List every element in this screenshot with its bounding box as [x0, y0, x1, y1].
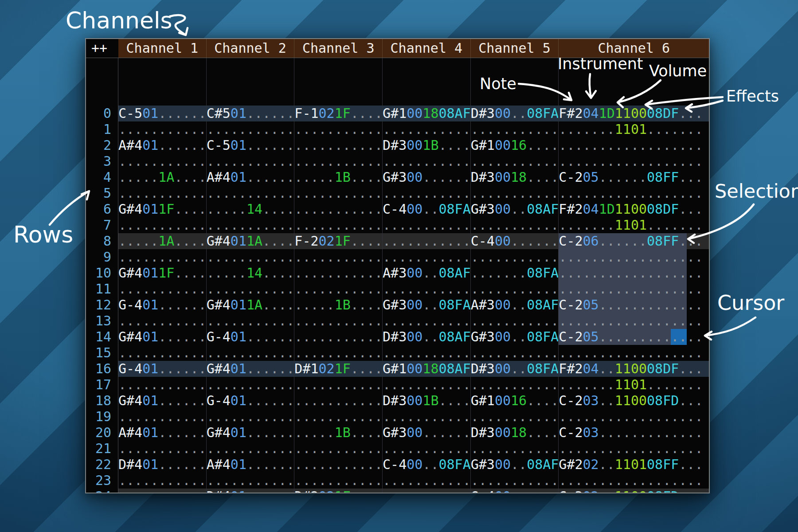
- pattern-cell-ch5-row5[interactable]: ...........: [471, 185, 559, 201]
- pattern-cell-ch4-row20[interactable]: G#300......: [383, 425, 471, 441]
- pattern-cell-ch1-row11[interactable]: ...........: [118, 281, 207, 297]
- pattern-cell-ch1-row4[interactable]: .....1A....: [118, 169, 207, 185]
- pattern-cell-ch4-row14[interactable]: D#300..08AF: [383, 329, 471, 345]
- pattern-cell-ch6-row12[interactable]: C-205.............: [559, 297, 709, 313]
- pattern-cell-ch4-row16[interactable]: G#1001808AF: [383, 361, 471, 377]
- pattern-cell-ch5-row8[interactable]: C-400......: [471, 233, 559, 249]
- pattern-cell-ch6-row0[interactable]: F#2041D110008DF...: [559, 106, 709, 121]
- pattern-cell-ch3-row8[interactable]: F-2021F....: [294, 233, 383, 249]
- pattern-cell-ch3-row16[interactable]: D#1021F....: [294, 361, 383, 377]
- pattern-cell-ch5-row3[interactable]: ...........: [471, 153, 559, 169]
- pattern-cell-ch1-row18[interactable]: G#401......: [118, 393, 207, 409]
- pattern-cell-ch6-row23[interactable]: ..................: [559, 473, 709, 489]
- pattern-cell-ch5-row4[interactable]: D#30018....: [471, 169, 559, 185]
- pattern-cell-ch5-row12[interactable]: A#300..08AF: [471, 297, 559, 313]
- pattern-cell-ch1-row3[interactable]: ...........: [118, 153, 207, 169]
- pattern-cell-ch6-row14[interactable]: C-205.............: [559, 329, 709, 345]
- pattern-cell-ch1-row0[interactable]: C-501......: [118, 106, 207, 121]
- pattern-cell-ch1-row20[interactable]: A#401......: [118, 425, 207, 441]
- pattern-cell-ch3-row18[interactable]: ...........: [294, 393, 383, 409]
- pattern-cell-ch2-row17[interactable]: ...........: [207, 377, 295, 393]
- pattern-cell-ch5-row17[interactable]: ...........: [471, 377, 559, 393]
- pattern-cell-ch3-row6[interactable]: ...........: [294, 201, 383, 217]
- pattern-cell-ch6-row15[interactable]: ..................: [559, 345, 709, 361]
- pattern-cell-ch5-row15[interactable]: ...........: [471, 345, 559, 361]
- pattern-cell-ch3-row12[interactable]: .....1B....: [294, 297, 383, 313]
- pattern-cell-ch2-row19[interactable]: ...........: [207, 409, 295, 425]
- pattern-cell-ch1-row15[interactable]: ...........: [118, 345, 207, 361]
- pattern-cell-ch4-row2[interactable]: D#3001B....: [383, 137, 471, 153]
- pattern-cell-ch1-row14[interactable]: G#401......: [118, 329, 207, 345]
- pattern-cell-ch5-row21[interactable]: ...........: [471, 441, 559, 457]
- pattern-cell-ch6-row24[interactable]: C-302..110008FD...: [559, 489, 709, 493]
- pattern-cell-ch6-row18[interactable]: C-203..110008FD...: [559, 393, 709, 409]
- pattern-cell-ch3-row5[interactable]: ...........: [294, 185, 383, 201]
- pattern-cell-ch2-row23[interactable]: ...........: [207, 473, 295, 489]
- pattern-cell-ch5-row11[interactable]: ...........: [471, 281, 559, 297]
- pattern-cell-ch3-row14[interactable]: ...........: [294, 329, 383, 345]
- pattern-cell-ch1-row23[interactable]: ...........: [118, 473, 207, 489]
- pattern-cell-ch3-row2[interactable]: ...........: [294, 137, 383, 153]
- pattern-cell-ch4-row17[interactable]: ...........: [383, 377, 471, 393]
- pattern-cell-ch5-row0[interactable]: D#300..08FA: [471, 106, 559, 121]
- pattern-cell-ch1-row9[interactable]: ...........: [118, 249, 207, 265]
- pattern-cell-ch2-row8[interactable]: G#4011A....: [207, 233, 295, 249]
- pattern-cell-ch6-row4[interactable]: C-205......08FF...: [559, 169, 709, 185]
- pattern-cell-ch1-row22[interactable]: D#401......: [118, 457, 207, 473]
- pattern-cell-ch4-row8[interactable]: ...........: [383, 233, 471, 249]
- pattern-cell-ch3-row7[interactable]: ...........: [294, 217, 383, 233]
- pattern-cell-ch1-row16[interactable]: G-401......: [118, 361, 207, 377]
- pattern-cell-ch1-row12[interactable]: G-401......: [118, 297, 207, 313]
- pattern-cell-ch2-row7[interactable]: ...........: [207, 217, 295, 233]
- pattern-cell-ch2-row13[interactable]: ...........: [207, 313, 295, 329]
- pattern-cell-ch2-row0[interactable]: C#501......: [207, 106, 295, 121]
- pattern-cell-ch1-row21[interactable]: ...........: [118, 441, 207, 457]
- channel-header-4[interactable]: Channel 4: [383, 39, 471, 58]
- pattern-cell-ch6-row3[interactable]: ..................: [559, 153, 709, 169]
- pattern-cell-ch5-row2[interactable]: G#10016....: [471, 137, 559, 153]
- pattern-cell-ch3-row20[interactable]: .....1B....: [294, 425, 383, 441]
- pattern-cell-ch2-row18[interactable]: G-401......: [207, 393, 295, 409]
- pattern-cell-ch2-row15[interactable]: ...........: [207, 345, 295, 361]
- channel-header-1[interactable]: Channel 1: [118, 39, 207, 58]
- pattern-cell-ch1-row2[interactable]: A#401......: [118, 137, 207, 153]
- pattern-cell-ch5-row7[interactable]: ...........: [471, 217, 559, 233]
- pattern-cell-ch1-row17[interactable]: ...........: [118, 377, 207, 393]
- pattern-cell-ch6-row6[interactable]: F#2041D110008DF...: [559, 201, 709, 217]
- pattern-cell-ch6-row7[interactable]: .......1101.......: [559, 217, 709, 233]
- pattern-cell-ch2-row9[interactable]: ...........: [207, 249, 295, 265]
- pattern-cell-ch2-row6[interactable]: .....14....: [207, 201, 295, 217]
- pattern-cell-ch3-row17[interactable]: ...........: [294, 377, 383, 393]
- pattern-cell-ch5-row9[interactable]: ...........: [471, 249, 559, 265]
- pattern-cell-ch2-row22[interactable]: A#401......: [207, 457, 295, 473]
- pattern-cell-ch4-row3[interactable]: ...........: [383, 153, 471, 169]
- pattern-cell-ch5-row24[interactable]: G-400......: [471, 489, 559, 493]
- pattern-cell-ch4-row12[interactable]: G#300..08FA: [383, 297, 471, 313]
- pattern-cell-ch3-row23[interactable]: ...........: [294, 473, 383, 489]
- pattern-cell-ch5-row14[interactable]: G#300..08FA: [471, 329, 559, 345]
- pattern-cell-ch6-row5[interactable]: ..................: [559, 185, 709, 201]
- pattern-cell-ch1-row10[interactable]: G#4011F....: [118, 265, 207, 281]
- pattern-cell-ch1-row5[interactable]: ...........: [118, 185, 207, 201]
- pattern-cell-ch6-row8[interactable]: C-206......08FF...: [559, 233, 709, 249]
- pattern-cell-ch3-row22[interactable]: ...........: [294, 457, 383, 473]
- pattern-cell-ch4-row11[interactable]: ...........: [383, 281, 471, 297]
- pattern-cell-ch1-row19[interactable]: ...........: [118, 409, 207, 425]
- pattern-cell-ch2-row24[interactable]: D#401......: [207, 489, 295, 493]
- pattern-cell-ch6-row10[interactable]: ..................: [559, 265, 709, 281]
- pattern-cell-ch3-row0[interactable]: F-1021F....: [294, 106, 383, 121]
- pattern-cell-ch2-row4[interactable]: A#401......: [207, 169, 295, 185]
- pattern-cell-ch3-row19[interactable]: ...........: [294, 409, 383, 425]
- pattern-cell-ch4-row19[interactable]: ...........: [383, 409, 471, 425]
- pattern-cell-ch2-row1[interactable]: ...........: [207, 121, 295, 137]
- pattern-cell-ch4-row6[interactable]: C-400..08FA: [383, 201, 471, 217]
- pattern-cell-ch5-row10[interactable]: .......08FA: [471, 265, 559, 281]
- pattern-cell-ch1-row8[interactable]: .....1A....: [118, 233, 207, 249]
- channel-header-3[interactable]: Channel 3: [294, 39, 383, 58]
- pattern-cell-ch5-row13[interactable]: ...........: [471, 313, 559, 329]
- pattern-cell-ch2-row3[interactable]: ...........: [207, 153, 295, 169]
- pattern-cell-ch4-row23[interactable]: ...........: [383, 473, 471, 489]
- pattern-cell-ch5-row18[interactable]: G#10016....: [471, 393, 559, 409]
- pattern-cell-ch2-row16[interactable]: G#401......: [207, 361, 295, 377]
- pattern-cell-ch5-row23[interactable]: ...........: [471, 473, 559, 489]
